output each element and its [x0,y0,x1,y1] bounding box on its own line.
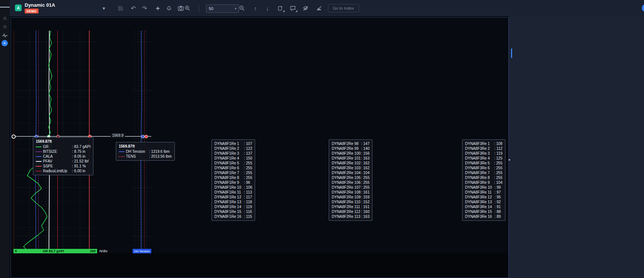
tooltip-row: DYNA8F3Re 4: 125 [465,156,502,161]
tooltip-row: DYNA8F2Re 106: 255 [332,180,369,185]
tooltip-row: DYNA8F2Re 104: 104 [332,170,369,175]
undo-icon[interactable]: ↶ [130,5,137,12]
tooltip-row: DYNA8F1Re 3: 137 [214,151,252,156]
tooltip-row: DYNA8F3Re 15: 88 [465,209,502,214]
tooltip-row: DYNA8F3Re 6: 255 [465,166,502,170]
add-panel-button[interactable]: + [642,4,644,12]
crosshair-marker-dhtension [141,135,145,138]
toolbar-divider [199,4,199,12]
sparkle-icon[interactable] [154,5,161,12]
tooltip-row: DYNA8F3Re 8: 255 [465,175,502,180]
tooltip-row: DYNA8F1Re 8: 255 [214,175,252,180]
app-logo: A [15,4,22,11]
tooltip-row: DYNA8F3Re 7: 255 [465,170,502,175]
track7-tooltip: DYNA8F1Re 1: 107DYNA8F1Re 2: 122DYNA8F1R… [211,139,255,221]
top-toolbar: A Dynamic 01A DEMO ▾ ↶ ↷ 50 ▾ ↑ ↓ Go to … [10,0,644,16]
cala-swatch-icon [36,156,41,157]
tooltip-row: DYNA8F2Re 98: 147 [332,141,369,146]
add-workspace-button[interactable]: + [1,40,8,46]
tooltip-row: DYNA8F1Re 5: 255 [214,161,252,166]
dh-swatch-icon [119,151,124,152]
document-title: Dynamic 01A [25,2,55,8]
tooltip-row: GR: 83.7 gAPI [36,144,90,149]
zoom-level-select[interactable]: 50 ▾ [206,4,239,13]
crosshair-marker-tens [145,135,148,138]
tooltip-depth: 1569.87ft [36,139,90,144]
panel-empty-area [11,253,508,278]
menu-icon[interactable] [0,3,10,11]
track6-tooltip: DYNA8F3Re 1: 108DYNA8F3Re 2: 112DYNA8F3R… [462,139,505,221]
tooltip-row: DYNA8F3Re 14: 91 [465,204,502,209]
title-dropdown-icon[interactable]: ▾ [100,5,108,12]
activity-icon[interactable] [0,31,10,40]
select-caret-icon: ▾ [235,7,236,10]
radius-swatch-icon [36,171,41,172]
tooltip-row: DYNA8F1Re 16: 115 [214,214,252,219]
bitsize-swatch-icon [36,151,41,152]
tooltip-row: DYNA8F2Re 102: 162 [332,161,369,166]
zoom-in-icon[interactable] [184,5,191,12]
image-off-icon[interactable] [315,5,323,12]
tooltip-row: DYNA8F1Re 15: 116 [214,209,252,214]
crosshair-line[interactable] [13,136,151,137]
tooltip-row: DYNA8F2Re 111: 151 [332,204,369,209]
scroll-down-icon[interactable]: ↓ [264,5,271,12]
tooltip-row: DYNA8F2Re 105: 255 [332,175,369,180]
tooltip-row: DYNA8F3Re 16: 89 [465,214,502,219]
tooltip-row: DYNA8F2Re 108: 161 [332,190,369,195]
tooltip-row: DYNA8F1Re 4: 150 [214,156,252,161]
tooltip-row: DYNA8F1Re 12: 117 [214,195,252,200]
scroll-up-icon[interactable]: ↑ [252,5,259,12]
tooltip-row: TENS: 2013.56 lbm [119,154,172,159]
zoom-out-icon[interactable] [238,5,246,12]
tooltip-row: BITSIZE: 8.75 in [36,149,90,154]
crosshair-depth-label: 1569.9 [111,133,125,138]
tooltip-row: DYNA8F3Re 11: 97 [465,190,502,195]
demo-badge: DEMO [25,9,38,13]
panel-collapse-arrow-icon[interactable]: ▸ [509,158,511,161]
crosshair-drag-handle[interactable] [12,135,16,139]
tooltip-row: DYNA8F3Re 12: 95 [465,195,502,200]
tooltip-row: DYNA8F3Re 10: 99 [465,185,502,190]
tooltip-row: DYNA8F1Re 14: 119 [214,204,252,209]
tooltip-row: DYNA8F1Re 6: 255 [214,166,252,170]
tooltip-row: SSPE: 91.1 % [36,164,90,169]
tooltip-row: DYNA8F3Re 3: 119 [465,151,502,156]
home-icon[interactable]: ⌂ [0,13,10,22]
tooltip-row: DYNA8F3Re 2: 112 [465,146,502,151]
tens-swatch-icon [119,156,124,157]
tooltip-row: DYNA8F2Re 101: 163 [332,156,369,161]
save-icon[interactable] [117,5,124,12]
tooltip-row: DYNA8F3Re 13: 92 [465,200,502,204]
tooltip-row: DYNA8F1Re 10: 106 [214,185,252,190]
zoom-level-value: 50 [209,6,213,11]
go-to-index-button[interactable]: Go to Index [328,4,359,12]
selected-indicator [511,49,512,58]
star-icon[interactable]: ☆ [0,22,10,31]
notifications-bell-icon[interactable] [165,5,173,12]
layers-off-icon[interactable] [302,5,309,12]
tooltip-row: DYNA8F1Re 7: 255 [214,170,252,175]
tooltip-row: PFAV: 21.52 lbf [36,159,90,164]
tooltip-row: DYNA8F1Re 9: 96 [214,180,252,185]
redo-icon[interactable]: ↷ [141,5,148,12]
tooltip-row: DYNA8F2Re 112: 160 [332,209,369,214]
runs-passes-panel [509,16,644,278]
tooltip-row: DYNA8F1Re 13: 118 [214,200,252,204]
tooltip-row: CALA: 8.05 in [36,154,90,159]
screenshot-camera-icon[interactable] [177,5,185,12]
left-sidebar: ⌂ ☆ + [0,0,10,278]
tooltip-row: RadiusLimitUp: 6.00 in [36,169,90,173]
tooltip-row: DYNA8F2Re 107: 255 [332,185,369,190]
iv-track-tooltip: 1569.87ft DH Tension: 1319.6 lbmTENS: 20… [116,142,175,161]
track5-tooltip: 1569.87ft GR: 83.7 gAPIBITSIZE: 8.75 inC… [33,137,93,175]
tooltip-row: DYNA8F1Re 2: 122 [214,146,252,151]
tooltip-row: DYNA8F3Re 9: 104 [465,180,502,185]
template-icon[interactable] [276,5,284,12]
comment-icon[interactable] [289,5,297,12]
track4-tooltip: DYNA8F2Re 98: 147DYNA8F2Re 99: 140DYNA8F… [329,139,372,221]
tooltip-row: DYNA8F2Re 100: 156 [332,151,369,156]
tooltip-row: DYNA8F2Re 109: 159 [332,195,369,200]
tooltip-row: DYNA8F1Re 1: 107 [214,141,252,146]
tooltip-row: DYNA8F3Re 5: 255 [465,161,502,166]
